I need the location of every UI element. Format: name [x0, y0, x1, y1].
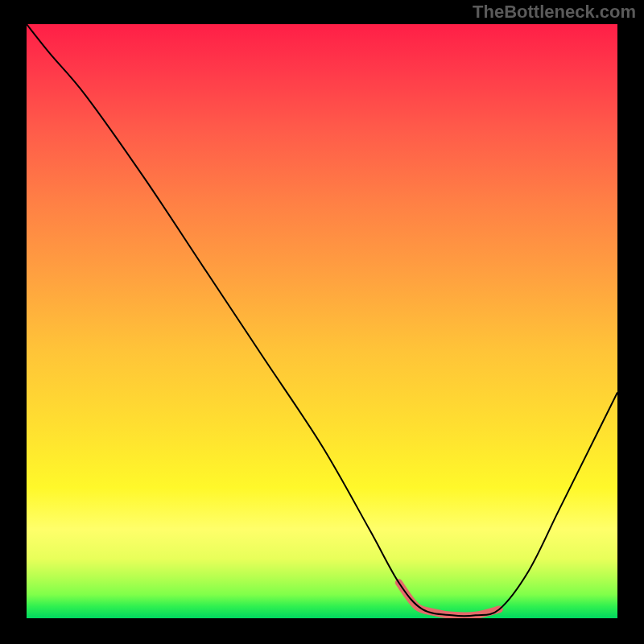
highlight-segment [398, 583, 499, 616]
plot-area [27, 24, 617, 618]
curve-layer [27, 24, 617, 618]
main-curve [27, 24, 617, 616]
watermark-text: TheBottleneck.com [473, 2, 636, 23]
chart-frame: TheBottleneck.com [0, 0, 644, 644]
